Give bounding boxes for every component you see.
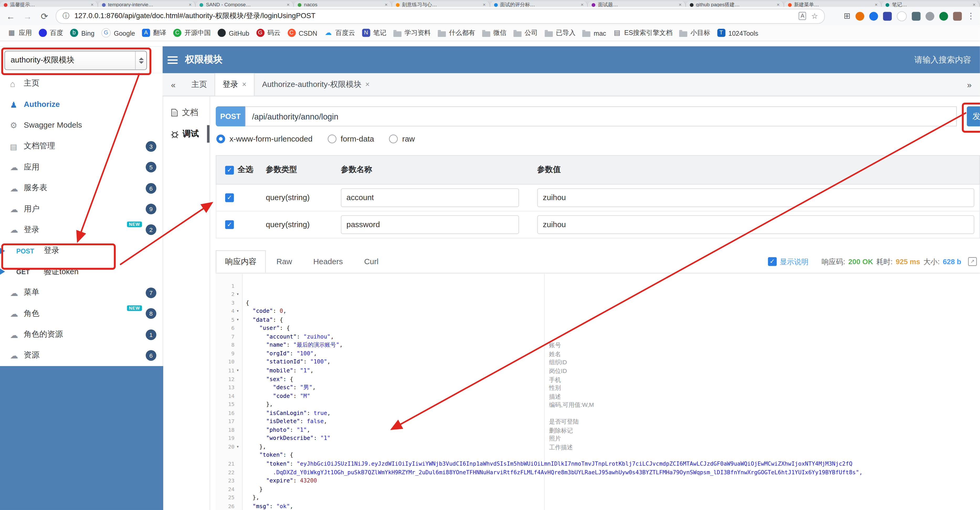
extension-icon[interactable]	[926, 11, 934, 20]
browser-tab[interactable]: nacos	[294, 1, 392, 7]
sidebar-api-item[interactable]: POST 登录	[0, 240, 163, 261]
shield-icon[interactable]	[912, 11, 920, 20]
send-button[interactable]: 发送	[967, 106, 980, 126]
browser-tab[interactable]: 刻意练习与心…	[392, 1, 490, 7]
tab-authorize[interactable]: Authorize-authority-权限模块 ×	[255, 73, 377, 96]
sidebar-item[interactable]: Authorize	[0, 94, 163, 115]
sidebar-item[interactable]: 登录 NEW 2	[0, 220, 163, 241]
browser-tab[interactable]: 面试题…	[588, 1, 686, 7]
browser-tab[interactable]: 新建菜单…	[784, 1, 882, 7]
browser-tab[interactable]: 温馨提示…	[0, 1, 98, 7]
extension-icon[interactable]	[883, 11, 892, 20]
forward-icon[interactable]: →	[22, 11, 33, 21]
radio-icon[interactable]	[328, 134, 336, 143]
sidebar-item[interactable]: 角色的资源 1	[0, 324, 163, 345]
tab-close-icon[interactable]	[286, 2, 290, 7]
bookmark-item[interactable]: 什么都有	[438, 29, 475, 37]
show-description-checkbox[interactable]: ✓	[768, 257, 776, 266]
panel-tab-doc[interactable]: 文档	[163, 102, 210, 123]
sidebar-api-item[interactable]: GET 验证token	[0, 261, 163, 282]
collapse-tabs-icon[interactable]: «	[163, 73, 184, 96]
translate-icon[interactable]: A	[799, 12, 806, 20]
bookmark-item[interactable]: ▤ ES搜索引擎文档	[613, 29, 672, 37]
bookmark-item[interactable]: 微信	[482, 29, 506, 37]
browser-tab[interactable]: github pages搭建…	[686, 1, 784, 7]
fullscreen-icon[interactable]: ↗	[968, 257, 977, 266]
bookmark-item[interactable]: 已导入	[544, 29, 576, 37]
tab-close-icon[interactable]	[189, 2, 192, 7]
select-all-checkbox[interactable]: ✓	[225, 166, 234, 174]
browser-tab[interactable]: 面试的评分标…	[490, 1, 588, 7]
bookmark-item[interactable]: ▦ 应用	[8, 29, 32, 37]
tab-headers[interactable]: Headers	[302, 257, 353, 266]
tab-raw[interactable]: Raw	[266, 257, 303, 266]
bookmark-item[interactable]: C 开源中国	[173, 29, 211, 37]
bookmark-item[interactable]: 小目标	[679, 29, 710, 37]
side-panel-icon[interactable]: ⊞	[844, 11, 851, 20]
tab-close-icon[interactable]	[483, 2, 485, 7]
param-value-input[interactable]	[537, 215, 975, 234]
module-select[interactable]: authority-权限模块	[5, 51, 147, 70]
browser-tab[interactable]: temporary-intervie…	[98, 1, 196, 7]
tab-response-body[interactable]: 响应内容	[216, 250, 266, 273]
sidebar-item[interactable]: 文档管理 3	[0, 136, 163, 157]
browser-tab[interactable]: SAND - Compose…	[196, 1, 294, 7]
tab-close-icon[interactable]	[679, 2, 682, 7]
profile-avatar[interactable]	[953, 11, 962, 20]
bookmark-item[interactable]: 公司	[513, 29, 538, 37]
row-checkbox[interactable]: ✓	[225, 193, 234, 202]
sidebar-item[interactable]: 用户 9	[0, 199, 163, 220]
bookmark-item[interactable]: ☁ 百度云	[324, 29, 355, 37]
sidebar-item[interactable]: Swagger Models	[0, 115, 163, 136]
radio-icon[interactable]	[389, 134, 398, 143]
close-tab-icon[interactable]: ×	[365, 80, 370, 89]
sidebar-item[interactable]: 菜单 7	[0, 282, 163, 303]
menu-toggle-icon[interactable]	[168, 56, 178, 64]
tab-login[interactable]: 登录 ×	[215, 73, 255, 96]
bookmark-star-icon[interactable]: ☆	[811, 11, 818, 20]
address-bar[interactable]: ⓘ 127.0.0.1:8760/api/gate/doc.html#/auth…	[56, 8, 825, 23]
expand-tabs-icon[interactable]: »	[959, 73, 980, 96]
param-value-input[interactable]	[537, 188, 975, 207]
bookmark-item[interactable]: b Bing	[70, 29, 94, 37]
bookmark-item[interactable]: A 翻译	[142, 29, 166, 37]
browser-tab[interactable]: 笔记…	[882, 1, 980, 7]
tab-close-icon[interactable]	[875, 2, 878, 7]
tab-close-icon[interactable]	[91, 2, 94, 7]
content-type-urlencoded[interactable]: x-www-form-urlencoded	[216, 134, 312, 143]
search-input[interactable]: 请输入搜索内容	[915, 54, 971, 65]
menu-kebab-icon[interactable]: ⋮	[967, 11, 975, 20]
tab-home[interactable]: 主页	[184, 73, 215, 96]
panel-tab-debug[interactable]: 调试	[163, 123, 210, 145]
request-url-input[interactable]	[245, 106, 957, 126]
bookmark-item[interactable]: 学习资料	[393, 29, 431, 37]
sidebar-item[interactable]: 资源 6	[0, 345, 163, 366]
tab-close-icon[interactable]	[385, 2, 388, 7]
back-icon[interactable]: ←	[5, 11, 16, 21]
bookmark-item[interactable]: GitHub	[218, 29, 249, 37]
reload-icon[interactable]: ⟳	[39, 11, 50, 21]
param-name-input[interactable]	[341, 215, 519, 234]
extension-icon[interactable]	[869, 11, 878, 20]
bookmark-item[interactable]: G Google	[101, 28, 135, 38]
response-body-viewer[interactable]: 1 ▾ { 2 "code": 0, 3 ▾ "data": { 4 ▾ "us…	[216, 273, 980, 510]
bookmark-item[interactable]: G 码云	[256, 29, 280, 37]
bookmark-item[interactable]: mac	[582, 29, 606, 37]
bookmark-item[interactable]: T 1024Tools	[717, 29, 758, 37]
row-checkbox[interactable]: ✓	[225, 220, 234, 229]
tab-close-icon[interactable]	[776, 2, 780, 7]
bookmark-item[interactable]: 百度	[39, 29, 63, 37]
radio-icon[interactable]	[216, 134, 225, 143]
tab-curl[interactable]: Curl	[353, 257, 389, 266]
extension-icon[interactable]	[939, 11, 948, 20]
sidebar-item[interactable]: 主页	[0, 73, 163, 94]
bookmark-item[interactable]: C CSDN	[287, 29, 317, 37]
bookmark-item[interactable]: N 笔记	[362, 29, 386, 37]
extension-icon[interactable]	[856, 11, 864, 20]
param-name-input[interactable]	[341, 188, 519, 207]
tab-close-icon[interactable]	[581, 2, 584, 7]
extension-icon[interactable]	[897, 11, 907, 21]
sidebar-item[interactable]: 应用 5	[0, 157, 163, 178]
tab-close-icon[interactable]	[973, 2, 975, 7]
sidebar-item[interactable]: 角色 NEW 8	[0, 303, 163, 324]
